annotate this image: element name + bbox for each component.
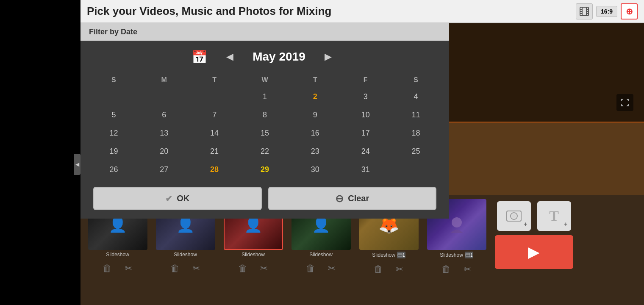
collapse-icon: ◀ <box>75 161 79 167</box>
cal-day-10[interactable]: 10 <box>341 106 390 124</box>
slideshow-label-row-0: Slideshow <box>106 252 129 258</box>
svg-rect-16 <box>466 253 470 257</box>
cal-day-31[interactable]: 31 <box>341 161 390 178</box>
cal-day-20[interactable]: 20 <box>139 143 189 160</box>
weekday-wed: W <box>240 73 290 87</box>
ratio-button[interactable]: 16:9 <box>596 6 617 17</box>
svg-marker-12 <box>626 104 629 106</box>
slideshow-count-5: 1 <box>465 252 473 258</box>
calendar-buttons: ✔ OK ⊖ Clear <box>89 187 441 210</box>
slideshow-label-2: Slideshow <box>242 252 265 258</box>
slideshow-label-3: Slideshow <box>309 252 333 258</box>
slideshow-label-row-4: Slideshow 1 <box>372 252 405 258</box>
expand-button[interactable] <box>616 94 633 111</box>
cal-day-14[interactable]: 14 <box>190 125 239 142</box>
collapse-button[interactable]: ◀ <box>74 154 80 175</box>
add-panel: + T + ▶ <box>491 199 576 269</box>
clear-label: Clear <box>348 194 369 203</box>
clear-button[interactable]: ⊖ Clear <box>268 187 437 210</box>
action-row-5: 🗑 ✂ <box>438 261 476 278</box>
cal-day-28[interactable]: 28 <box>190 161 239 178</box>
action-row-4: 🗑 ✂ <box>370 261 408 278</box>
cut-icon-3[interactable]: ✂ <box>323 260 340 277</box>
svg-rect-13 <box>398 253 402 257</box>
title-controls: 16:9 ⊕ <box>576 3 638 19</box>
cal-day-1[interactable]: 1 <box>240 88 290 105</box>
delete-icon-1[interactable]: 🗑 <box>167 260 183 277</box>
delete-icon-2[interactable]: 🗑 <box>234 260 251 277</box>
add-photo-button[interactable]: + <box>497 201 531 231</box>
delete-icon-0[interactable]: 🗑 <box>99 260 116 277</box>
weekday-tue: T <box>190 73 239 87</box>
slideshow-label-4: Slideshow <box>372 252 395 258</box>
title-bar: Pick your Videos, Music and Photos for M… <box>80 0 644 23</box>
slideshow-count-4: 1 <box>397 252 405 258</box>
svg-marker-9 <box>621 99 624 101</box>
cal-day-2[interactable]: 2 <box>290 88 340 105</box>
prev-month-button[interactable]: ◀ <box>220 49 240 64</box>
calendar-icon: 📅 <box>192 50 207 64</box>
next-month-button[interactable]: ▶ <box>318 49 338 64</box>
add-text-button[interactable]: T + <box>537 201 571 231</box>
cal-day-15[interactable]: 15 <box>240 125 290 142</box>
cal-day-9[interactable]: 9 <box>290 106 340 124</box>
cal-day-30[interactable]: 30 <box>290 161 340 178</box>
delete-icon-5[interactable]: 🗑 <box>438 261 455 278</box>
calendar-month-title: May 2019 <box>253 50 305 64</box>
add-text-plus: + <box>564 221 567 227</box>
svg-point-20 <box>512 214 516 218</box>
cal-day-29[interactable]: 29 <box>240 161 290 178</box>
cal-day-16[interactable]: 16 <box>290 125 340 142</box>
cal-day-19[interactable]: 19 <box>89 143 139 160</box>
add-row: + T + <box>497 201 571 231</box>
cal-day-empty-2 <box>139 88 189 105</box>
cal-day-empty-1 <box>89 88 139 105</box>
cal-day-23[interactable]: 23 <box>290 143 340 160</box>
cal-day-8[interactable]: 8 <box>240 106 290 124</box>
play-button[interactable]: ▶ <box>495 235 573 269</box>
cut-icon-2[interactable]: ✂ <box>255 260 272 277</box>
check-icon: ✔ <box>165 194 172 204</box>
cal-day-21[interactable]: 21 <box>190 143 239 160</box>
cal-day-6[interactable]: 6 <box>139 106 189 124</box>
cal-day-25[interactable]: 25 <box>391 143 441 160</box>
calendar-grid: S M T W T F S 1 2 3 4 5 6 7 8 9 <box>89 73 441 178</box>
add-photo-plus: + <box>524 221 527 227</box>
cal-day-11[interactable]: 11 <box>391 106 441 124</box>
action-row-0: 🗑 ✂ <box>99 260 137 277</box>
cal-day-3[interactable]: 3 <box>341 88 390 105</box>
cut-icon-1[interactable]: ✂ <box>188 260 205 277</box>
calendar-overlay: Filter by Date 📅 ◀ May 2019 ▶ S M T W T … <box>80 23 449 219</box>
help-button[interactable]: ⊕ <box>621 3 638 19</box>
delete-icon-3[interactable]: 🗑 <box>302 260 319 277</box>
cal-day-5[interactable]: 5 <box>89 106 139 124</box>
cal-day-18[interactable]: 18 <box>391 125 441 142</box>
svg-marker-10 <box>626 99 629 101</box>
delete-icon-4[interactable]: 🗑 <box>370 261 387 278</box>
slideshow-label-row-1: Slideshow <box>174 252 197 258</box>
action-row-3: 🗑 ✂ <box>302 260 340 277</box>
cut-icon-0[interactable]: ✂ <box>120 260 137 277</box>
cut-icon-4[interactable]: ✂ <box>391 261 408 278</box>
cal-day-22[interactable]: 22 <box>240 143 290 160</box>
play-icon: ▶ <box>528 243 540 261</box>
cal-day-13[interactable]: 13 <box>139 125 189 142</box>
cal-day-17[interactable]: 17 <box>341 125 390 142</box>
filter-label: Filter by Date <box>89 28 137 36</box>
cal-day-26[interactable]: 26 <box>89 161 139 178</box>
weekday-fri: F <box>341 73 390 87</box>
svg-marker-11 <box>621 104 624 106</box>
cal-day-24[interactable]: 24 <box>341 143 390 160</box>
film-button[interactable] <box>576 3 593 19</box>
slideshow-label-row-3: Slideshow <box>309 252 333 258</box>
ok-button[interactable]: ✔ OK <box>93 187 262 210</box>
cut-icon-5[interactable]: ✂ <box>459 261 476 278</box>
cal-day-4[interactable]: 4 <box>391 88 441 105</box>
cal-day-empty-3 <box>190 88 239 105</box>
slideshow-label-5: Slideshow <box>440 252 463 258</box>
svg-point-15 <box>452 217 462 227</box>
help-icon: ⊕ <box>626 6 633 17</box>
cal-day-7[interactable]: 7 <box>190 106 239 124</box>
cal-day-12[interactable]: 12 <box>89 125 139 142</box>
cal-day-27[interactable]: 27 <box>139 161 189 178</box>
